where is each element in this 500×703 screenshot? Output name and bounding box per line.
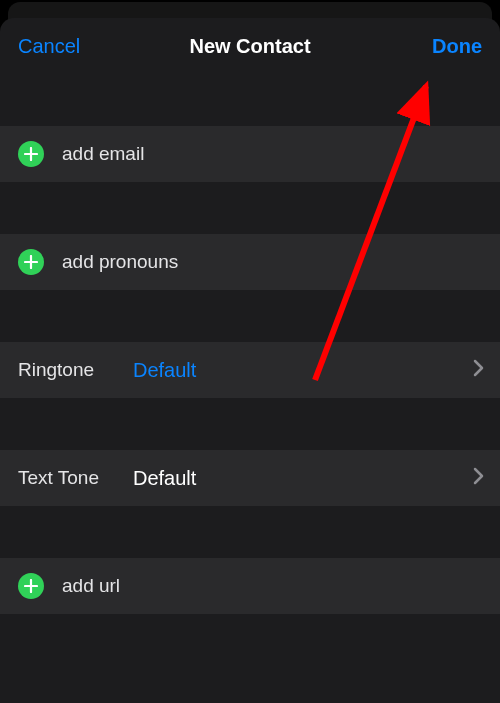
ringtone-value: Default — [133, 359, 196, 382]
section-gap — [0, 74, 500, 126]
add-pronouns-row[interactable]: add pronouns — [0, 234, 500, 290]
page-title: New Contact — [189, 35, 310, 58]
texttone-label: Text Tone — [18, 467, 133, 489]
add-email-label: add email — [62, 143, 144, 165]
section-gap — [0, 290, 500, 342]
section-gap — [0, 182, 500, 234]
add-url-label: add url — [62, 575, 120, 597]
texttone-value: Default — [133, 467, 196, 490]
form-content: add email add pronouns Ringtone Default … — [0, 74, 500, 703]
section-gap — [0, 614, 500, 644]
add-pronouns-label: add pronouns — [62, 251, 178, 273]
modal-header: Cancel New Contact Done — [0, 18, 500, 74]
cancel-button[interactable]: Cancel — [18, 35, 80, 58]
chevron-right-icon — [473, 467, 484, 489]
add-email-row[interactable]: add email — [0, 126, 500, 182]
section-gap — [0, 506, 500, 558]
plus-icon — [18, 141, 44, 167]
ringtone-label: Ringtone — [18, 359, 133, 381]
new-contact-sheet: Cancel New Contact Done add email add pr… — [0, 18, 500, 703]
plus-icon — [18, 249, 44, 275]
add-url-row[interactable]: add url — [0, 558, 500, 614]
done-button[interactable]: Done — [432, 35, 482, 58]
texttone-row[interactable]: Text Tone Default — [0, 450, 500, 506]
chevron-right-icon — [473, 359, 484, 381]
section-gap — [0, 398, 500, 450]
ringtone-row[interactable]: Ringtone Default — [0, 342, 500, 398]
plus-icon — [18, 573, 44, 599]
